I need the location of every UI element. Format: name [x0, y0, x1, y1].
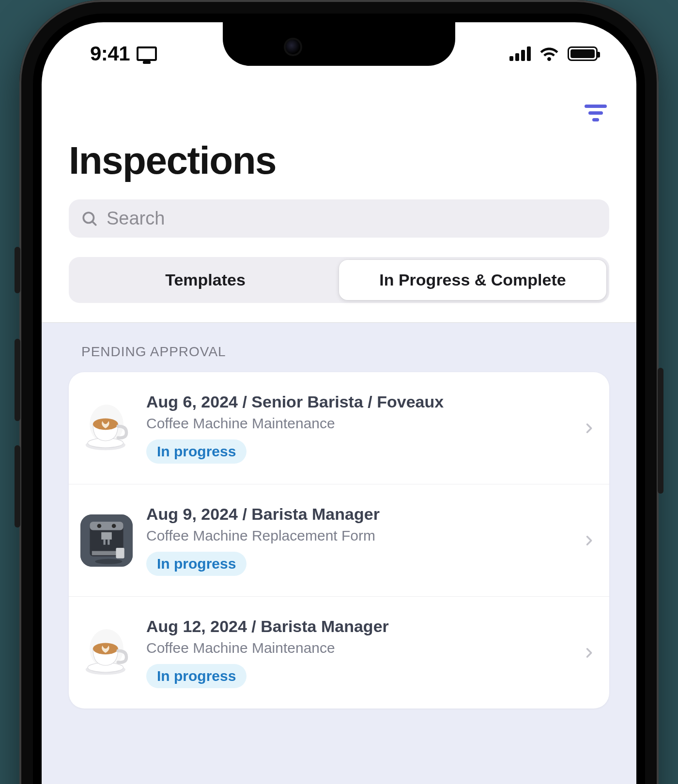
coffee-cup-icon [80, 402, 133, 454]
phone-side-button [15, 339, 20, 421]
app-header: Inspections Templates In Progress & Comp… [42, 85, 636, 303]
status-time: 9:41 [90, 42, 130, 65]
wifi-icon [539, 46, 559, 61]
airplay-icon [137, 46, 157, 61]
front-camera [286, 40, 300, 54]
list-item[interactable]: Aug 6, 2024 / Senior Barista / Foveaux C… [69, 372, 609, 484]
chevron-right-icon [582, 646, 596, 660]
chevron-right-icon [582, 534, 596, 547]
phone-side-button [15, 247, 20, 293]
page-title: Inspections [69, 138, 609, 183]
phone-side-button [658, 368, 663, 494]
list-item-title: Aug 6, 2024 / Senior Barista / Foveaux [146, 392, 569, 411]
list-item-subtitle: Coffee Machine Maintenance [146, 415, 569, 432]
svg-point-13 [95, 558, 122, 564]
pending-list-card: Aug 6, 2024 / Senior Barista / Foveaux C… [69, 372, 609, 709]
svg-point-6 [97, 524, 102, 528]
search-input[interactable] [107, 208, 597, 229]
svg-rect-5 [90, 522, 123, 530]
list-item[interactable]: Aug 9, 2024 / Barista Manager Coffee Mac… [69, 484, 609, 596]
status-badge: In progress [146, 439, 247, 464]
list-item[interactable]: Aug 12, 2024 / Barista Manager Coffee Ma… [69, 596, 609, 709]
filter-icon[interactable] [584, 105, 607, 124]
svg-rect-8 [101, 532, 112, 539]
list-item-title: Aug 9, 2024 / Barista Manager [146, 505, 569, 524]
tab-in-progress-complete[interactable]: In Progress & Complete [339, 260, 606, 300]
cellular-signal-icon [509, 46, 531, 61]
coffee-machine-icon [80, 514, 133, 567]
segmented-control: Templates In Progress & Complete [69, 257, 609, 303]
list-item-subtitle: Coffee Machine Maintenance [146, 640, 569, 656]
svg-rect-12 [116, 548, 124, 558]
status-badge: In progress [146, 664, 247, 688]
search-field[interactable] [69, 199, 609, 238]
screen: 9:41 [42, 22, 636, 784]
battery-icon [568, 46, 598, 61]
phone-side-button [15, 445, 20, 528]
svg-rect-9 [104, 539, 106, 544]
status-badge: In progress [146, 552, 247, 576]
phone-frame: 9:41 [19, 0, 659, 784]
list-item-title: Aug 12, 2024 / Barista Manager [146, 617, 569, 636]
svg-rect-10 [108, 539, 109, 544]
svg-point-7 [112, 524, 116, 528]
search-icon [81, 211, 98, 227]
chevron-right-icon [582, 422, 596, 435]
list-item-subtitle: Coffee Machine Replacement Form [146, 528, 569, 544]
section-header-pending: PENDING APPROVAL [69, 342, 609, 372]
notch [223, 22, 455, 66]
tab-templates[interactable]: Templates [72, 260, 339, 300]
content-area: PENDING APPROVAL [42, 322, 636, 784]
coffee-cup-icon [80, 627, 133, 679]
